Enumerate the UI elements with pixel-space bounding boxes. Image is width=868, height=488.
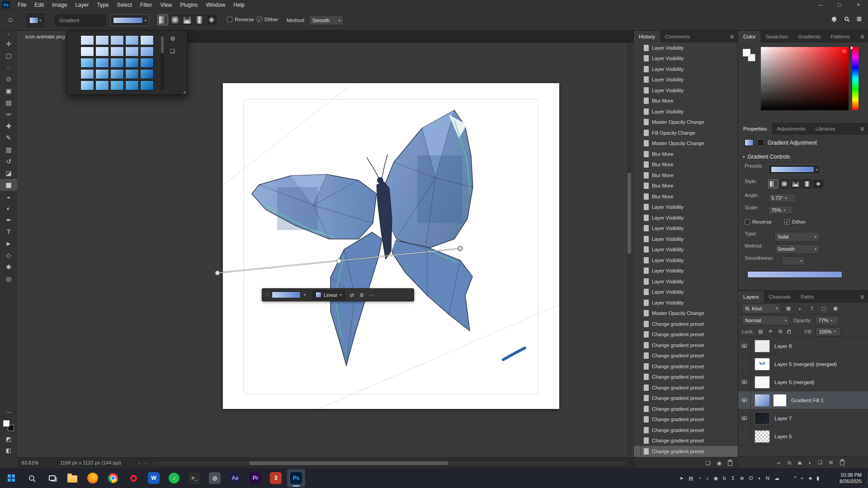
tab-comments[interactable]: Comments [660,31,695,42]
pixel-filter-icon[interactable]: ▦ [784,305,793,311]
search-icon[interactable] [844,17,849,21]
method-dropdown[interactable]: Smooth ▾ [774,244,820,254]
new-snapshot-icon[interactable]: ◉ [717,460,722,466]
menu-item-filter[interactable]: Filter [136,0,156,10]
volume-icon[interactable]: ◄ [807,475,812,481]
document-tab[interactable]: icon animate.png [17,31,73,43]
link-layers-icon[interactable]: ∞ [777,460,781,465]
menu-item-help[interactable]: Help [229,0,249,10]
history-source-well[interactable] [634,202,641,213]
history-source-well[interactable] [634,75,641,85]
display-icon[interactable]: ▤ [689,475,693,481]
history-source-well[interactable] [634,106,641,117]
close-button[interactable]: ✕ [849,0,868,10]
gradient-swatch[interactable] [140,80,154,90]
vertical-scrollbar[interactable] [627,44,632,456]
gradient-preview[interactable] [272,291,301,298]
file-explorer[interactable] [63,469,81,487]
history-source-well[interactable] [634,181,641,192]
upload-icon[interactable]: ↥ [731,475,735,481]
history-source-well[interactable] [634,340,641,351]
tab-layers[interactable]: Layers [738,291,764,303]
lock-pixels-icon[interactable]: ✛ [767,328,774,334]
gear-icon[interactable]: ⚙ [170,35,175,42]
wifi-icon[interactable]: ≈ [801,475,803,481]
gradient-swatch[interactable] [125,35,139,45]
panel-menu-icon[interactable]: ≣ [860,291,868,303]
gradient-swatch[interactable] [80,47,94,56]
scrollbar-thumb[interactable] [627,173,631,254]
blend-mode-dropdown[interactable]: Normal ▾ [742,315,790,325]
dither-checkbox[interactable] [784,219,790,225]
presets-dropdown[interactable]: ▾ [768,164,821,174]
history-source-well[interactable] [634,446,641,457]
menu-item-file[interactable]: File [14,0,30,10]
on-canvas-gradient-widget[interactable]: ∷ ▾ Linear ▾ ⇄ ≣ ⋯ [262,288,414,301]
tab-libraries[interactable]: Libraries [811,123,840,135]
menu-item-select[interactable]: Select [113,0,136,10]
shape-filter-icon[interactable]: ▢ [820,305,828,311]
gradient-preview-dropdown[interactable]: ▾ [110,14,149,26]
history-source-well[interactable] [634,329,641,340]
panel-menu-icon[interactable]: ≣ [860,123,868,135]
crop-tool[interactable]: ▣ [0,85,17,97]
history-source-well[interactable] [634,372,641,383]
hand-tool[interactable]: ✱ [0,261,17,273]
history-entry[interactable]: Blur More [634,181,738,192]
dither-checkbox[interactable] [257,17,262,22]
adjustment-filter-icon[interactable]: ◐ [796,306,804,311]
history-source-well[interactable] [634,96,641,107]
gradient-swatch[interactable] [140,35,154,45]
photoshop[interactable]: Ps [287,469,305,487]
quick-mask-icon[interactable]: ◩ [6,436,11,442]
history-entry[interactable]: Fill Opacity Change [634,127,738,138]
screen-recorder[interactable]: ◎ [206,469,224,487]
history-entry[interactable]: Change gradient preset [634,372,738,383]
gradient-swatch[interactable] [95,80,109,90]
shape-tool[interactable]: ◇ [0,249,17,261]
new-group-icon[interactable]: ❏ [818,460,822,465]
gradient-swatch[interactable] [140,47,154,56]
type-filter-icon[interactable]: T [808,306,816,311]
gradient-swatch[interactable] [110,47,124,56]
color-marker[interactable] [843,50,846,53]
eyedropper-tool[interactable]: ✑ [0,108,17,120]
layer-row[interactable]: Gradient Fill 1 [738,391,868,409]
history-source-well[interactable] [634,85,641,96]
start-button[interactable] [2,469,20,487]
history-source-well[interactable] [634,255,641,266]
history-source-well[interactable] [634,53,641,64]
workspace-switcher-icon[interactable]: ▦ [857,15,862,22]
layer-visibility-toggle[interactable] [738,355,751,373]
minimize-button[interactable]: — [811,0,830,10]
new-adjustment-layer-icon[interactable]: ◑ [808,460,811,465]
history-entry[interactable]: Layer Visibility [634,85,738,96]
layer-row[interactable]: Layer 5 (merged) (merged) [738,355,868,373]
tab-gradients[interactable]: Gradients [793,31,826,42]
horizontal-scrollbar[interactable] [153,461,627,465]
history-source-well[interactable] [634,287,641,298]
canvas[interactable] [223,83,559,409]
history-source-well[interactable] [634,149,641,160]
history-entry[interactable]: Change gradient preset [634,351,738,361]
gradient-swatch[interactable] [110,35,124,45]
gradient-swatch[interactable] [95,35,109,45]
history-source-well[interactable] [634,425,641,436]
style-linear-button[interactable] [768,179,778,188]
layer-thumbnail[interactable] [755,394,770,407]
history-entry[interactable]: Layer Visibility [634,106,738,117]
search-button[interactable] [23,469,41,487]
style-angle-button[interactable] [791,179,801,188]
history-source-well[interactable] [634,266,641,277]
add-mask-icon[interactable]: ◙ [798,460,801,465]
style-reflected-button[interactable] [802,179,812,188]
history-source-well[interactable] [634,244,641,255]
history-entry[interactable]: Master Opacity Change [634,308,738,319]
quick-selection-tool[interactable]: ⊙ [0,73,17,85]
history-source-well[interactable] [634,351,641,361]
gradient-swatch[interactable] [125,47,139,56]
gradient-editor-bar[interactable] [747,271,842,278]
dodge-tool[interactable]: ◐ [0,202,17,214]
angle-input[interactable]: 5.73° ▾ [768,193,796,202]
style-angle-button[interactable] [182,14,193,25]
